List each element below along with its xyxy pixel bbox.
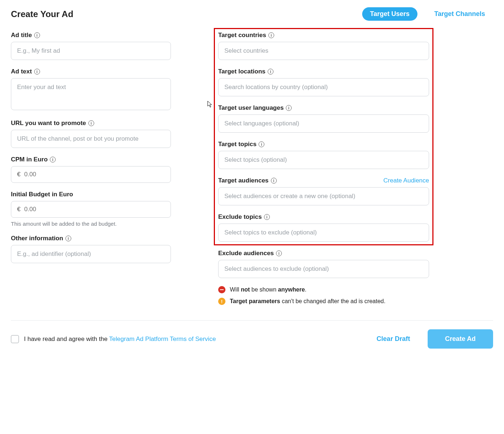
clear-draft-button[interactable]: Clear Draft: [377, 335, 410, 343]
cpm-input-wrap[interactable]: €: [11, 166, 171, 183]
right-column: Target countries i Select countries Targ…: [218, 32, 429, 309]
tab-target-channels[interactable]: Target Channels: [426, 7, 493, 21]
url-label: URL you want to promote i: [11, 120, 94, 127]
targeting-tabs: Target Users Target Channels: [362, 7, 493, 21]
target-languages-label-text: Target user languages: [218, 104, 284, 112]
note-params-locked-text: Target parameters can't be changed after…: [230, 298, 385, 305]
terms-agreement: I have read and agree with the Telegram …: [11, 335, 216, 343]
exclude-topics-label: Exclude topics i: [218, 213, 270, 221]
info-icon[interactable]: i: [286, 105, 292, 111]
info-icon[interactable]: i: [259, 141, 264, 147]
target-locations-label: Target locations i: [218, 68, 273, 75]
tab-target-users[interactable]: Target Users: [362, 7, 418, 21]
ad-text-input[interactable]: [11, 78, 171, 110]
note-params-locked: ! Target parameters can't be changed aft…: [218, 298, 429, 305]
euro-symbol: €: [17, 171, 20, 178]
svg-rect-0: [220, 289, 224, 290]
field-exclude-topics: Exclude topics i Select topics to exclud…: [218, 213, 429, 242]
info-icon[interactable]: i: [50, 157, 56, 162]
budget-label-text: Initial Budget in Euro: [11, 191, 73, 198]
ad-text-label-text: Ad text: [11, 68, 32, 75]
field-budget: Initial Budget in Euro € This amount wil…: [11, 191, 171, 227]
field-target-languages: Target user languages i Select languages…: [218, 104, 429, 133]
field-exclude-audiences: Exclude audiences i Select audiences to …: [218, 250, 429, 278]
target-languages-label: Target user languages i: [218, 104, 292, 112]
target-topics-label: Target topics i: [218, 141, 264, 148]
info-icon[interactable]: i: [276, 250, 282, 256]
terms-checkbox[interactable]: [11, 335, 19, 343]
field-ad-title: Ad title i: [11, 32, 171, 60]
target-countries-label: Target countries i: [218, 32, 274, 39]
exclude-topics-select[interactable]: Select topics to exclude (optional): [218, 224, 429, 242]
target-audiences-label-text: Target audiences: [218, 177, 269, 184]
exclude-audiences-label-text: Exclude audiences: [218, 250, 274, 257]
cursor-icon: [207, 101, 213, 110]
ad-text-label: Ad text i: [11, 68, 40, 75]
target-topics-label-text: Target topics: [218, 141, 256, 148]
note-not-shown: Will not be shown anywhere.: [218, 286, 429, 293]
target-locations-label-text: Target locations: [218, 68, 265, 75]
cpm-label-text: CPM in Euro: [11, 156, 48, 163]
target-countries-select[interactable]: Select countries: [218, 42, 429, 60]
budget-hint: This amount will be added to the ad budg…: [11, 221, 171, 227]
target-audiences-select[interactable]: Select audiences or create a new one (op…: [218, 187, 429, 205]
terms-text: I have read and agree with the Telegram …: [24, 335, 216, 343]
note-not-shown-text: Will not be shown anywhere.: [230, 286, 307, 293]
cpm-label: CPM in Euro i: [11, 156, 56, 163]
target-audiences-label: Target audiences i: [218, 177, 277, 184]
field-target-audiences: Target audiences i Create Audience Selec…: [218, 177, 429, 205]
page-title: Create Your Ad: [11, 9, 73, 19]
validation-notes: Will not be shown anywhere. ! Target par…: [218, 286, 429, 305]
target-topics-select[interactable]: Select topics (optional): [218, 151, 429, 169]
info-icon[interactable]: i: [264, 214, 270, 220]
info-icon[interactable]: i: [34, 32, 40, 38]
create-audience-link[interactable]: Create Audience: [383, 177, 429, 184]
budget-input[interactable]: [24, 206, 165, 213]
highlight-annotation: [214, 28, 433, 245]
footer-actions: Clear Draft Create Ad: [377, 329, 493, 349]
terms-prefix: I have read and agree with the: [24, 335, 109, 342]
field-cpm: CPM in Euro i €: [11, 156, 171, 183]
ad-title-label: Ad title i: [11, 32, 40, 39]
info-icon[interactable]: i: [65, 236, 71, 241]
footer-divider: [11, 320, 493, 321]
warning-icon: !: [218, 298, 225, 305]
info-icon[interactable]: i: [34, 69, 40, 75]
info-icon[interactable]: i: [88, 120, 94, 126]
field-ad-text: Ad text i: [11, 68, 171, 112]
target-countries-label-text: Target countries: [218, 32, 266, 39]
form-columns: Ad title i Ad text i URL you want to pro…: [11, 32, 493, 309]
field-target-topics: Target topics i Select topics (optional): [218, 141, 429, 169]
exclude-topics-label-text: Exclude topics: [218, 213, 262, 221]
tos-link[interactable]: Telegram Ad Platform Terms of Service: [109, 335, 216, 342]
other-label: Other information i: [11, 235, 71, 242]
field-target-locations: Target locations i Search locations by c…: [218, 68, 429, 96]
target-languages-select[interactable]: Select languages (optional): [218, 114, 429, 133]
left-column: Ad title i Ad text i URL you want to pro…: [11, 32, 171, 309]
budget-label: Initial Budget in Euro: [11, 191, 73, 198]
field-other: Other information i: [11, 235, 171, 263]
ad-title-label-text: Ad title: [11, 32, 32, 39]
exclude-audiences-select[interactable]: Select audiences to exclude (optional): [218, 260, 429, 278]
other-label-text: Other information: [11, 235, 63, 242]
url-label-text: URL you want to promote: [11, 120, 86, 127]
field-target-countries: Target countries i Select countries: [218, 32, 429, 60]
info-icon[interactable]: i: [268, 69, 273, 75]
euro-symbol: €: [17, 206, 20, 213]
error-icon: [218, 286, 225, 293]
budget-input-wrap[interactable]: €: [11, 201, 171, 218]
info-icon[interactable]: i: [271, 178, 277, 184]
other-input[interactable]: [11, 245, 171, 263]
footer-row: I have read and agree with the Telegram …: [11, 329, 493, 349]
info-icon[interactable]: i: [268, 32, 274, 38]
url-input[interactable]: [11, 130, 171, 148]
exclude-audiences-label: Exclude audiences i: [218, 250, 282, 257]
ad-title-input[interactable]: [11, 42, 171, 60]
header-row: Create Your Ad Target Users Target Chann…: [11, 7, 493, 21]
field-url: URL you want to promote i: [11, 120, 171, 148]
cpm-input[interactable]: [24, 171, 165, 178]
create-ad-button[interactable]: Create Ad: [428, 329, 493, 349]
target-locations-select[interactable]: Search locations by country (optional): [218, 78, 429, 96]
